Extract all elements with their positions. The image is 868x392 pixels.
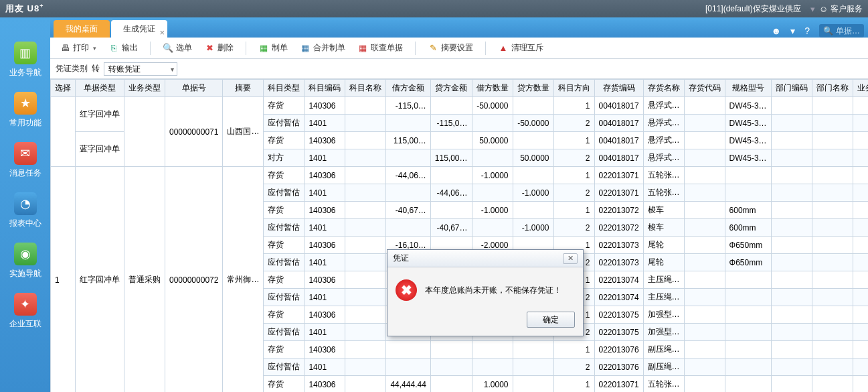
- col-header[interactable]: 存货名称: [643, 80, 684, 97]
- col-header[interactable]: 科目编码: [305, 80, 345, 97]
- link-button[interactable]: ▦联查单据: [353, 41, 407, 55]
- col-header[interactable]: 业务类型: [124, 80, 165, 97]
- cell: 1: [553, 376, 594, 393]
- col-header[interactable]: 科目方向: [553, 80, 594, 97]
- cell: [725, 341, 771, 358]
- cell: 悬浮式…: [643, 132, 684, 149]
- cell: [684, 324, 725, 341]
- col-header[interactable]: 部门编码: [771, 80, 812, 97]
- delete-icon: ✖: [204, 43, 215, 54]
- col-header[interactable]: 存货代码: [684, 80, 725, 97]
- cell: 红字回冲单: [76, 167, 124, 393]
- tab-generate-voucher[interactable]: 生成凭证×: [111, 20, 167, 38]
- service-icon[interactable]: ☺: [819, 4, 828, 14]
- table-row[interactable]: 1红字回冲单普通采购00000000072常州御…存货140306-44,06……: [51, 167, 869, 184]
- cell: [684, 149, 725, 167]
- org-label: [011](default)保安煤业供应: [705, 3, 801, 15]
- col-header[interactable]: 单据类型: [76, 80, 124, 97]
- select-button[interactable]: 🔍选单: [159, 41, 196, 55]
- tab-desktop[interactable]: 我的桌面: [54, 20, 110, 38]
- cell: [430, 167, 472, 184]
- cell: 普通采购: [124, 167, 165, 393]
- header-row: 选择单据类型业务类型单据号摘要科目类型科目编码科目名称借方金额贷方金额借方数量贷…: [51, 80, 869, 97]
- grid-scroll[interactable]: 选择单据类型业务类型单据号摘要科目类型科目编码科目名称借方金额贷方金额借方数量贷…: [50, 79, 868, 392]
- cell: DW45-3…: [725, 115, 771, 132]
- cell: -1.0000: [513, 184, 553, 202]
- cell: [345, 324, 386, 341]
- cell: 140306: [305, 202, 345, 219]
- export-icon: ⎘: [108, 43, 119, 54]
- col-header[interactable]: 借方金额: [386, 80, 430, 97]
- col-header[interactable]: 业务员: [853, 80, 868, 97]
- cell: [853, 167, 868, 184]
- link-icon: ▦: [357, 43, 368, 54]
- titlebar: 用友 U8+ [011](default)保安煤业供应 ▾ ☺ 客户服务: [0, 0, 868, 17]
- sidebar-item-reports[interactable]: ◔报表中心: [9, 192, 41, 229]
- cell: [725, 184, 771, 202]
- cell: 004018017: [594, 115, 643, 132]
- sidebar-label: 企业互联: [9, 318, 41, 330]
- sidebar-item-messages[interactable]: ✉消息任务: [9, 142, 41, 179]
- cell: [386, 219, 430, 237]
- cell: 140306: [305, 132, 345, 149]
- cell: 140306: [305, 306, 345, 324]
- cell: 1: [553, 132, 594, 149]
- cell: [430, 97, 472, 115]
- search-box[interactable]: 🔍 单据…: [819, 24, 864, 38]
- col-header[interactable]: 摘要: [223, 80, 264, 97]
- col-header[interactable]: 借方数量: [472, 80, 513, 97]
- voucher-type-select[interactable]: 转账凭证: [104, 62, 177, 76]
- cell: DW45-3…: [725, 132, 771, 149]
- error-icon: ✖: [396, 279, 417, 301]
- dialog-message: 本年度总账尚未开账，不能保存凭证！: [425, 285, 561, 296]
- cell: [345, 271, 386, 289]
- cell: -44,06…: [386, 167, 430, 184]
- cell: [386, 115, 430, 132]
- cell: 主压绳…: [643, 271, 684, 289]
- table-row[interactable]: 红字回冲单00000000071山西国…存货140306-115,0…-50.0…: [51, 97, 869, 115]
- col-header[interactable]: 单据号: [165, 80, 223, 97]
- delete-button[interactable]: ✖删除: [200, 41, 238, 55]
- cell: [684, 167, 725, 184]
- print-button[interactable]: 🖶打印▾: [56, 41, 100, 55]
- make-button[interactable]: ▦制单: [254, 41, 292, 55]
- dropdown-icon[interactable]: ▾: [790, 25, 795, 36]
- cell: 红字回冲单: [76, 97, 124, 132]
- separator: ▾: [810, 4, 815, 14]
- col-header[interactable]: 贷方数量: [513, 80, 553, 97]
- clear-button[interactable]: ▲清理互斥: [494, 41, 547, 55]
- merge-button[interactable]: ▦合并制单: [296, 41, 349, 55]
- clear-icon: ▲: [498, 43, 509, 54]
- export-button[interactable]: ⎘输出: [104, 41, 142, 55]
- dialog-ok-button[interactable]: 确定: [527, 312, 575, 328]
- compass-icon: ◉: [14, 243, 37, 265]
- help-icon[interactable]: ?: [804, 25, 810, 36]
- cell: 022013071: [594, 184, 643, 202]
- col-header[interactable]: 规格型号: [725, 80, 771, 97]
- summary-button[interactable]: ✎摘要设置: [424, 41, 477, 55]
- filter-row: 凭证类别 转 转账凭证: [50, 59, 868, 79]
- sidebar-item-connect[interactable]: ✦企业互联: [9, 293, 41, 330]
- sidebar-item-common[interactable]: ★常用功能: [9, 92, 41, 129]
- col-header[interactable]: 部门名称: [812, 80, 853, 97]
- dialog-close-button[interactable]: ✕: [563, 253, 578, 264]
- col-header[interactable]: 科目类型: [264, 80, 305, 97]
- sidebar-item-biz-nav[interactable]: ▥业务导航: [9, 42, 41, 78]
- col-header[interactable]: 贷方金额: [430, 80, 472, 97]
- cell: [345, 254, 386, 271]
- cell: 1.0000: [472, 376, 513, 393]
- cell: -40,67…: [386, 202, 430, 219]
- cell: [345, 289, 386, 306]
- service-link[interactable]: 客户服务: [831, 3, 863, 15]
- col-header[interactable]: 选择: [51, 80, 76, 97]
- cell: [812, 306, 853, 324]
- cell: [472, 219, 513, 237]
- col-header[interactable]: 科目名称: [345, 80, 386, 97]
- user-icon[interactable]: ☻: [771, 25, 781, 36]
- search-icon: 🔍: [823, 26, 833, 36]
- sidebar-item-impl[interactable]: ◉实施导航: [9, 243, 41, 279]
- col-header[interactable]: 存货编码: [594, 80, 643, 97]
- cell: 悬浮式…: [643, 149, 684, 167]
- cell: 存货: [264, 202, 305, 219]
- cell: [386, 358, 430, 376]
